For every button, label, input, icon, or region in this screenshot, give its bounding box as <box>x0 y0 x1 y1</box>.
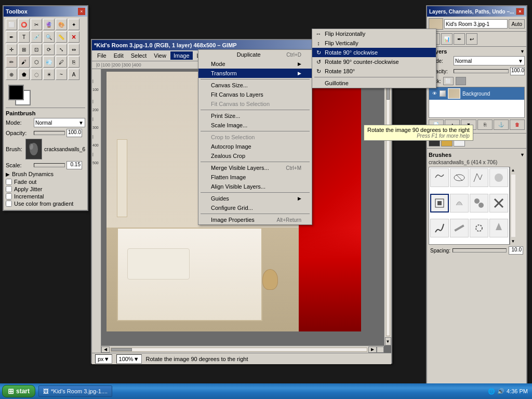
tool-paintbrush[interactable]: 🖌 <box>18 56 30 68</box>
brushes-vscroll-track[interactable] <box>511 175 515 237</box>
taskbar-task-gimp[interactable]: 🖼 *Kid's Room 3.jpg-1.... <box>38 385 112 397</box>
layers-expand-icon[interactable]: ▼ <box>520 49 525 54</box>
tool-zoom[interactable]: 🔍 <box>43 31 55 43</box>
tool-smudge[interactable]: ~ <box>56 69 67 80</box>
scroll-right-button[interactable]: ▶ <box>368 347 377 353</box>
menu-item-image-properties[interactable]: Image Properties Alt+Return <box>198 215 312 224</box>
layer-delete-button[interactable]: 🗑 <box>510 119 525 130</box>
brush-cell-7[interactable] <box>470 194 488 212</box>
layer-anchor-button[interactable]: ⚓ <box>494 119 509 130</box>
brush-cell-6[interactable] <box>450 194 469 212</box>
tool-rotate[interactable]: ⟳ <box>43 44 55 55</box>
menu-item-scale-image[interactable]: Scale Image... <box>198 121 312 130</box>
menu-item-guides[interactable]: Guides ▶ <box>198 194 312 203</box>
opacity-value[interactable]: 100.0 <box>66 129 82 137</box>
tool-measure[interactable]: 📏 <box>56 31 67 43</box>
layer-opacity-slider[interactable] <box>454 69 509 73</box>
brush-cell-2[interactable] <box>450 168 469 187</box>
brushes-scroll-up-button[interactable]: ▲ <box>510 167 516 174</box>
tool-scale[interactable]: ⤡ <box>56 44 67 55</box>
menu-edit[interactable]: Edit <box>111 51 127 60</box>
tool-fuzzy-select[interactable]: 🔮 <box>43 19 55 30</box>
menu-image[interactable]: Image <box>170 51 193 60</box>
menu-item-mode[interactable]: Mode ▶ <box>198 59 312 69</box>
unit-selector[interactable]: px ▼ <box>95 354 112 364</box>
layer-opacity-value[interactable]: 100.0 <box>510 67 525 75</box>
toolbox-close-button[interactable]: × <box>78 8 85 15</box>
spacing-value[interactable]: 10.0 <box>509 246 523 255</box>
lock-box-2[interactable] <box>456 77 466 85</box>
submenu-item-rotate-90-ccw[interactable]: ↺ Rotate 90° counter-clockwise <box>312 57 436 66</box>
menu-item-merge-visible[interactable]: Merge Visible Layers... Ctrl+M <box>198 163 312 172</box>
layers-tab-paths[interactable]: ✒ <box>454 33 465 45</box>
brush-dynamics-header[interactable]: ▶ Brush Dynamics <box>6 171 85 177</box>
start-button[interactable]: ⊞ start <box>2 385 35 397</box>
scroll-track[interactable] <box>111 348 367 352</box>
tool-move[interactable]: ✛ <box>6 44 17 55</box>
submenu-item-rotate-180[interactable]: ↻ Rotate 180° <box>312 66 436 76</box>
brushes-scroll-down-button[interactable]: ▼ <box>510 238 516 245</box>
brush-cell-3[interactable] <box>470 168 488 187</box>
incremental-checkbox[interactable] <box>6 193 12 200</box>
tool-ink[interactable]: 🖊 <box>56 56 67 68</box>
submenu-item-guillotine[interactable]: Guillotine <box>312 78 436 88</box>
tool-paths[interactable]: ✒ <box>6 31 17 43</box>
tool-free-select[interactable]: ✂ <box>31 19 42 30</box>
tool-ellipse-select[interactable]: ⭕ <box>18 19 30 30</box>
tool-heal[interactable]: ⊕ <box>6 69 17 80</box>
vertical-scrollbar[interactable]: ▲ ▼ <box>384 69 391 345</box>
scroll-down-button[interactable]: ▼ <box>385 337 391 345</box>
menu-item-duplicate[interactable]: Duplicate Ctrl+D <box>198 50 312 59</box>
layer-mode-combo[interactable]: Normal ▼ <box>454 56 525 65</box>
tool-text2[interactable]: A <box>68 69 79 80</box>
foreground-color[interactable] <box>8 85 24 100</box>
menu-item-zealous-crop[interactable]: Zealous Crop <box>198 151 312 161</box>
tool-flip[interactable]: ⇔ <box>68 44 79 55</box>
tool-rect-select[interactable]: ⬜ <box>6 19 17 30</box>
submenu-item-rotate-90-cw[interactable]: ↻ Rotate 90° clockwise <box>312 48 436 57</box>
tool-select-by-color[interactable]: 🎨 <box>56 19 67 30</box>
scroll-left-button[interactable]: ◀ <box>101 347 110 353</box>
apply-jitter-checkbox[interactable] <box>6 186 12 192</box>
tool-crop[interactable]: ⊡ <box>31 44 42 55</box>
menu-item-canvas-size[interactable]: Canvas Size... <box>198 81 312 90</box>
menu-file[interactable]: File <box>94 51 110 60</box>
zoom-selector[interactable]: 100% ▼ <box>116 354 142 364</box>
mode-combo[interactable]: Normal ▼ <box>34 118 85 127</box>
layer-list[interactable]: 👁 Background <box>429 87 525 118</box>
menu-item-transform[interactable]: Transform ▶ <box>198 69 312 78</box>
menu-item-fit-canvas-layers[interactable]: Fit Canvas to Layers <box>198 90 312 99</box>
tool-airbrush[interactable]: 💨 <box>43 56 55 68</box>
menu-item-configure-grid[interactable]: Configure Grid... <box>198 203 312 212</box>
menu-item-print-size[interactable]: Print Size... <box>198 111 312 121</box>
tool-blur[interactable]: ◌ <box>31 69 42 80</box>
layer-visibility-icon[interactable]: 👁 <box>431 90 437 97</box>
tool-align[interactable]: ⊞ <box>18 44 30 55</box>
fade-out-checkbox[interactable] <box>6 179 12 185</box>
opacity-slider[interactable] <box>34 131 65 135</box>
layers-tab-channels[interactable]: 📊 <box>441 33 453 45</box>
tool-color-picker[interactable]: 💉 <box>31 31 42 43</box>
submenu-item-flip-v[interactable]: ↕ Flip Vertically <box>312 38 436 48</box>
vscroll-track[interactable] <box>386 78 390 336</box>
menu-item-flatten[interactable]: Flatten Image <box>198 172 312 182</box>
brush-cell-12[interactable] <box>489 219 508 237</box>
use-color-checkbox[interactable] <box>6 201 12 207</box>
tool-eraser[interactable]: ⬡ <box>31 56 42 68</box>
horizontal-scrollbar[interactable]: ◀ ▶ <box>101 345 384 353</box>
brushes-scrollbar[interactable]: ▲ ▼ <box>510 167 516 245</box>
submenu-item-flip-h[interactable]: ↔ Flip Horizontally <box>312 29 436 38</box>
scroll-thumb[interactable] <box>111 348 132 351</box>
tool-text[interactable]: T <box>18 31 30 43</box>
tool-perspective[interactable]: ⬟ <box>18 69 30 80</box>
layer-item-background[interactable]: 👁 Background <box>429 87 524 100</box>
brush-cell-8[interactable] <box>489 194 508 212</box>
brush-cell-4[interactable] <box>489 168 508 187</box>
tool-dodge[interactable]: ☀ <box>43 69 55 80</box>
layers-tab-undo[interactable]: ↩ <box>466 33 477 45</box>
tool-shears[interactable]: ✦ <box>68 19 79 30</box>
layer-duplicate-button[interactable]: ⎘ <box>477 119 493 130</box>
brush-cell-10[interactable] <box>450 219 469 237</box>
tool-pencil[interactable]: ✏ <box>6 56 17 68</box>
menu-select[interactable]: Select <box>128 51 150 60</box>
